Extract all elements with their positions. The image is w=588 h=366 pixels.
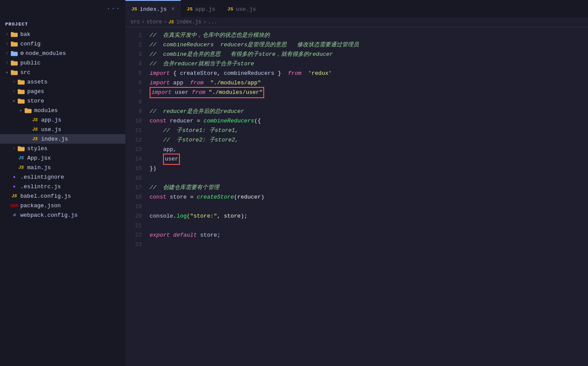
line-number-3: 3	[125, 50, 142, 59]
item-label: public	[20, 60, 41, 66]
sidebar-file-usejs[interactable]: JSuse.js	[0, 125, 125, 134]
line-number-15: 15	[125, 164, 142, 173]
ident-token: combineReducers	[224, 69, 275, 78]
file-icon: ⚙	[10, 211, 18, 219]
folder-icon	[17, 78, 25, 86]
svg-rect-3	[11, 42, 13, 43]
sidebar-folder-pages[interactable]: ›pages	[0, 87, 125, 96]
tab-label: use.js	[236, 6, 256, 13]
sidebar-file-packagejson[interactable]: npmpackage.json	[0, 201, 125, 210]
tab-label: index.js	[140, 6, 166, 13]
tab-index[interactable]: JSindex.js×	[125, 0, 181, 17]
sidebar-folder-config[interactable]: ›config	[0, 39, 125, 48]
string-token: ("store:"	[187, 212, 217, 221]
sidebar-folder-assets[interactable]: ›assets	[0, 77, 125, 87]
tree-arrow-icon: ›	[3, 51, 10, 56]
punct-token: ,	[217, 69, 224, 78]
item-label: babel.config.js	[20, 193, 71, 199]
code-editor[interactable]: 1234567891011121314151617181920212223 //…	[125, 27, 588, 366]
line-number-4: 4	[125, 59, 142, 69]
project-label: PROJECT	[0, 19, 125, 29]
punct-token: })	[150, 164, 157, 173]
code-line-16	[150, 173, 588, 183]
method-token: log	[176, 212, 186, 221]
code-line-17: // 创建仓库需要有个管理	[150, 183, 588, 193]
item-label: store	[27, 98, 44, 104]
sidebar-file-eslintrc.js[interactable]: ●.eslintrc.js	[0, 182, 125, 191]
sidebar-folder-public[interactable]: ›public	[0, 58, 125, 67]
code-line-19	[150, 202, 588, 212]
line-number-7: 7	[125, 88, 142, 97]
item-label: .eslintrc.js	[20, 183, 61, 190]
sidebar-folder-src[interactable]: ▾src	[0, 67, 125, 77]
item-label: webpack.config.js	[20, 212, 78, 218]
file-icon: JS	[10, 192, 18, 200]
sidebar-folder-modules[interactable]: ▾modules	[0, 106, 125, 115]
sidebar-folder-bak[interactable]: ›bak	[0, 29, 125, 39]
tree-arrow-icon: ▾	[3, 70, 10, 75]
code-line-20: console.log("store:", store);	[150, 212, 588, 221]
sidebar-file-indexjs[interactable]: JSindex.js	[0, 134, 125, 144]
sidebar-file-appjs[interactable]: JSapp.js	[0, 115, 125, 125]
code-line-1: // 在真实开发中，仓库中的状态也是分模块的	[150, 31, 588, 40]
punct-token: {	[170, 69, 180, 78]
tree-arrow-icon: ›	[3, 41, 10, 46]
code-line-15: })	[150, 164, 588, 173]
code-line-2: // combineReducers reducers是管理员的意思 修改状态需…	[150, 40, 588, 50]
svg-rect-1	[11, 32, 13, 34]
folder-icon	[17, 97, 25, 105]
punct-token: .	[173, 212, 177, 221]
line-number-21: 21	[125, 221, 142, 231]
line-number-2: 2	[125, 40, 142, 50]
file-icon: JS	[17, 164, 25, 171]
string-token: 'redux'	[305, 69, 332, 78]
comment-token: // combineReducers reducers是管理员的意思 修改状态需…	[150, 40, 359, 50]
punct-token: , store);	[217, 212, 247, 221]
line-number-9: 9	[125, 107, 142, 116]
sidebar-file-mainjs[interactable]: JSmain.js	[0, 163, 125, 172]
js-icon: JS	[187, 6, 192, 12]
more-options-button[interactable]: ···	[106, 4, 120, 13]
punct-token: =	[190, 193, 197, 202]
line-number-13: 13	[125, 145, 142, 154]
tab-use[interactable]: JSuse.js	[221, 0, 262, 17]
line-number-18: 18	[125, 193, 142, 202]
punct-token: }	[275, 69, 284, 78]
svg-rect-9	[11, 70, 13, 72]
code-content: // 在真实开发中，仓库中的状态也是分模块的// combineReducers…	[146, 27, 588, 366]
svg-rect-13	[18, 89, 20, 91]
punct-token: =	[197, 116, 204, 126]
comment-token: // 在真实开发中，仓库中的状态也是分模块的	[150, 31, 270, 40]
breadcrumb-src: src	[131, 19, 140, 25]
item-label: pages	[27, 88, 44, 95]
code-line-3: // combine是合并的意思 有很多的子store，就有很多的reducer	[150, 50, 588, 59]
from-token: from	[284, 69, 305, 78]
tabs-bar: JSindex.js×JSapp.jsJSuse.js	[125, 0, 588, 17]
tab-app[interactable]: JSapp.js	[181, 0, 221, 17]
sidebar-file-webpackconfig.js[interactable]: ⚙webpack.config.js	[0, 210, 125, 220]
sidebar-folder-styles[interactable]: ›styles	[0, 144, 125, 153]
line-number-11: 11	[125, 126, 142, 135]
sidebar-folder-store[interactable]: ▾store	[0, 96, 125, 106]
const-token: const	[150, 193, 166, 202]
line-number-16: 16	[125, 173, 142, 183]
code-line-9: // reducer是合并后的总reducer	[150, 107, 588, 116]
from-token: from	[187, 78, 207, 88]
sidebar-folder-node_modules[interactable]: ›⚙node_modules	[0, 48, 125, 58]
js-icon: JS	[131, 6, 137, 12]
folder-icon	[17, 87, 25, 95]
main-layout: PROJECT ›bak›config›⚙node_modules›public…	[0, 17, 588, 366]
sidebar-file-eslintignore[interactable]: ●.eslintignore	[0, 172, 125, 182]
breadcrumb-ellipsis: ...	[208, 19, 217, 25]
sidebar-file-Appjsx[interactable]: JSApp.jsx	[0, 153, 125, 163]
ident-token: app,	[150, 145, 176, 154]
svg-rect-11	[18, 80, 20, 81]
tab-close-button[interactable]: ×	[171, 6, 175, 13]
export-token: export	[150, 231, 170, 240]
tree-arrow-icon: ›	[10, 79, 17, 84]
sidebar-file-babelconfig.js[interactable]: JSbabel.config.js	[0, 191, 125, 201]
keyword-token: import	[150, 78, 170, 88]
code-line-23	[150, 240, 588, 250]
folder-icon	[10, 59, 18, 67]
const-token: const	[150, 116, 166, 126]
